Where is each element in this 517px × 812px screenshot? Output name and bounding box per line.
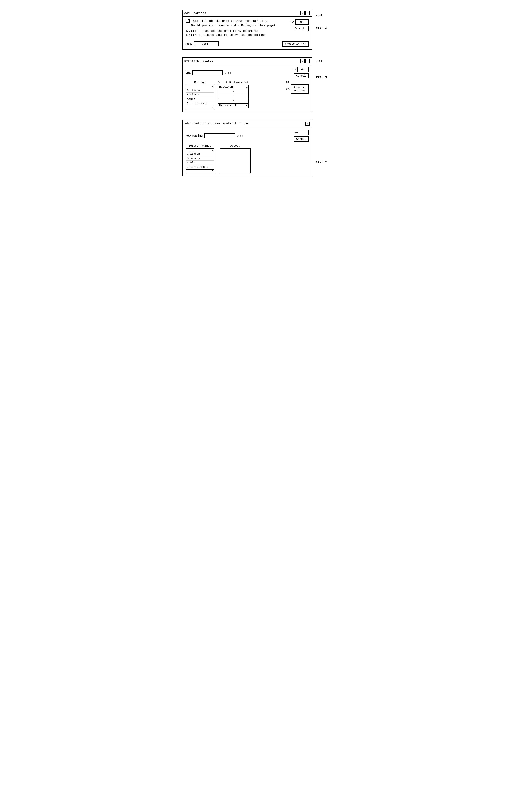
fig3-cancel-button[interactable]: Cancel [294,73,308,79]
fig2-close-button[interactable]: × [305,11,310,15]
ref-69-row: 69\ [294,130,308,135]
fig3-url-label: URL [186,71,191,75]
ref-62-adv-row: 62/ Advanced Options [286,84,309,93]
fig4-title: Advanced Options For Bookmark Ratings [185,122,252,125]
fig2-create-button[interactable]: Create In >>> [282,41,308,47]
fig3-ratings-section: Ratings ▲ Children Business Adult Entert… [186,81,214,109]
bookmark-scroll-down-icon[interactable]: ▼ [246,105,247,107]
fig2-top-section: This will add the page to your bookmark … [186,19,309,37]
fig4-cancel-button[interactable]: Cancel [294,136,308,142]
fig2-help-button[interactable]: ? [300,11,305,15]
ref-47: 47\ [186,30,190,32]
fig2-label: FIG. 2 [316,26,327,30]
fig4-titlebar-buttons: × [305,122,310,126]
fig3-url-row: URL ↗ 56 [186,70,231,75]
fig2-radio-options: 47\ No, just add the page to my bookmark… [186,29,276,37]
fig3-url-input[interactable] [192,70,223,75]
fig4-ratings-adult[interactable]: Adult [186,161,214,165]
fig4-lists-section: Select Ratings ▲ Children Business Adult… [186,144,309,173]
fig4-access-label: Access [220,144,250,147]
fig4-select-ratings-list[interactable]: ▲ Children Business Adult Entertainment … [186,148,214,173]
fig3-ref-labels: ↗ 55 FIG. 3 [316,57,327,79]
ratings-scroll-up-icon[interactable]: ▲ [212,85,214,88]
ref-56: ↗ 56 [225,71,231,74]
fig4-top-section: New Rating ↗ 64 69\ Cancel [186,130,309,142]
fig4-close-button[interactable]: × [305,122,310,126]
fig2-cancel-button[interactable]: Cancel [290,26,308,31]
bookmark-item-research[interactable]: Research [219,85,233,89]
fig2-name-label: Name [186,42,192,46]
fig4-new-rating-label: New Rating [186,134,203,138]
fig4-new-rating-input[interactable] [204,133,235,138]
fig4-unnamed-button[interactable] [299,130,309,135]
fig2-radio-yes: 43/ Yes, please take me to my Ratings op… [186,33,276,37]
fig3-lists-section: Ratings ▲ Children Business Adult Entert… [186,81,309,109]
fig3-bookmark-set-label: Select Bookmark Set [218,81,249,84]
fig3-titlebar: Bookmark Ratings ? × [183,58,312,64]
bookmark-scroll-up-icon[interactable]: ▲ [246,86,247,88]
fig4-top-right: 69\ Cancel [294,130,308,142]
bookmark-item-dot2[interactable]: • [218,94,248,99]
fig2-message1: This will add the page to your bookmark … [191,20,269,23]
ratings-item-children[interactable]: Children [186,88,214,93]
ratings-item-entertainment[interactable]: Entertainment [186,102,214,106]
fig3-title: Bookmark Ratings [185,59,214,63]
ratings-item-adult[interactable]: Adult [186,97,214,102]
folder-icon [186,19,190,23]
fig3-ratings-list-wrapper: ▲ Children Business Adult Entertainment … [186,85,214,109]
ref-63-row: 63 [286,81,309,84]
fig2-radio-no: 47\ No, just add the page to my bookmark… [186,29,276,33]
ref-63: 63 [286,81,289,84]
fig3-ratings-list[interactable]: ▲ Children Business Adult Entertainment … [186,85,214,109]
ref-62: 62/ [286,88,290,90]
fig2-dialog: Add Bookmark ? × This will add the page … [182,9,312,50]
fig3-top-section: URL ↗ 56 61\ OK Cancel [186,67,309,79]
fig3-bookmark-set-section: Select Bookmark Set Research ▲ • • • [218,81,249,108]
fig2-body: This will add the page to your bookmark … [183,17,312,49]
fig2-name-input[interactable] [194,41,219,47]
fig3-dialog: Bookmark Ratings ? × URL ↗ 56 61\ [182,57,312,112]
fig3-help-button[interactable]: ? [300,59,305,63]
ref-69: 69\ [294,131,298,134]
fig4-select-ratings-label: Select Ratings [186,144,214,147]
fig4-dialog: Advanced Options For Bookmark Ratings × … [182,120,312,176]
fig2-title: Add Bookmark [185,12,206,15]
fig3-bookmark-list[interactable]: Research ▲ • • • Personal 1 ▼ [218,85,249,108]
fig2-ok-button[interactable]: OK [295,19,309,25]
ref-45: 45\ [290,21,294,24]
fig4-scroll-up-icon[interactable]: ▲ [212,149,214,151]
fig4-ratings-business[interactable]: Business [186,156,214,161]
fig4-label: FIG. 4 [316,160,327,164]
fig3-top-right: 61\ OK Cancel [292,67,308,79]
fig4-access-box [220,148,250,173]
fig4-ratings-entertainment[interactable]: Entertainment [186,165,214,169]
radio-yes-circle[interactable] [191,34,194,36]
bookmark-item-dot3[interactable]: • [218,99,248,104]
bookmark-item-dot1[interactable]: • [218,89,248,94]
ratings-item-business[interactable]: Business [186,93,214,97]
fig2-ref-labels: ↗ 41 FIG. 2 [316,9,327,30]
fig2-message2: Would you also like to add a Rating to t… [186,24,276,27]
ref-55: ↗ 55 [316,59,327,62]
fig4-access-section: Access [220,144,250,173]
ratings-scroll-down-icon[interactable]: ▼ [212,106,214,109]
fig2-top-left: This will add the page to your bookmark … [186,19,276,37]
fig3-body: URL ↗ 56 61\ OK Cancel R [183,64,312,112]
fig3-label: FIG. 3 [316,76,327,79]
fig4-ratings-children[interactable]: Children [186,152,214,156]
fig3-ok-button[interactable]: OK [297,67,309,72]
fig3-ratings-label: Ratings [186,81,214,84]
ref-45-row: 45\ OK [290,19,308,25]
radio-no-circle[interactable] [191,30,194,32]
fig3-bookmark-list-wrapper: Research ▲ • • • Personal 1 ▼ [218,85,249,108]
fig3-advanced-options-button[interactable]: Advanced Options [291,84,308,93]
fig4-scroll-down-icon[interactable]: ▼ [212,170,214,172]
fig2-message1-row: This will add the page to your bookmark … [186,19,276,23]
fig3-close-button[interactable]: × [305,59,310,63]
ref-64: ↗ 64 [237,134,243,137]
fig4-ref-labels: FIG. 4 [316,120,327,164]
bookmark-item-personal1[interactable]: Personal 1 [219,104,237,107]
fig2-bottom-section: Name Create In >>> [186,40,309,47]
fig2-top-right: 45\ OK Cancel [290,19,308,31]
ref-41: ↗ 41 [316,13,327,17]
